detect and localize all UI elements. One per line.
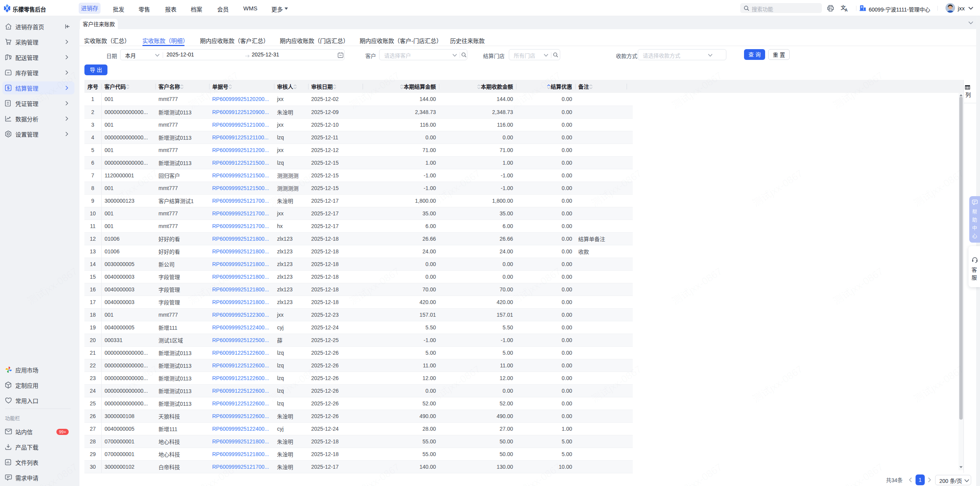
svg-text:$: $ (7, 86, 10, 90)
svg-text:A: A (845, 8, 848, 12)
